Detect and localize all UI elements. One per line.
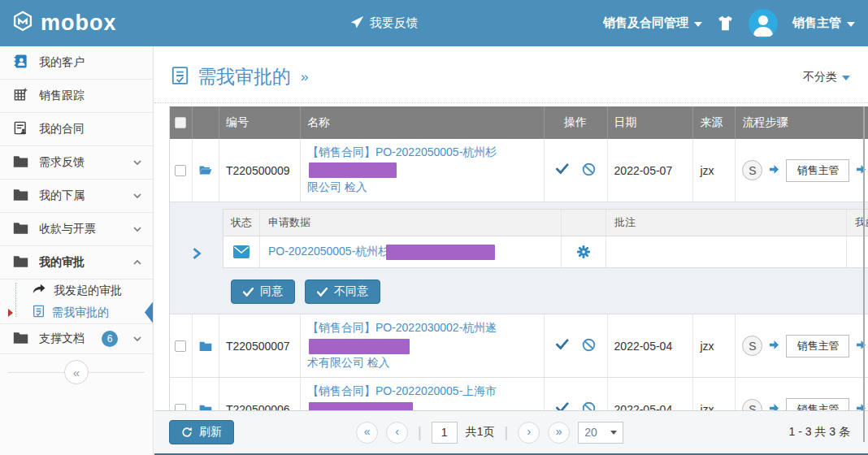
row-flow-steps: S 销售主管 E xyxy=(736,139,868,202)
sidebar-item-payment-invoicing[interactable]: 收款与开票 xyxy=(0,213,153,246)
row-checkbox[interactable] xyxy=(175,165,186,176)
checkin-link[interactable]: 检入 xyxy=(345,180,367,193)
folder-open-icon[interactable] xyxy=(193,139,219,202)
paper-plane-icon xyxy=(350,15,364,32)
sidebar-item-label: 我发起的审批 xyxy=(54,284,122,298)
category-filter[interactable]: 不分类 xyxy=(803,70,850,84)
feedback-link[interactable]: 我要反馈 xyxy=(350,15,419,32)
contract-name-text: 【销售合同】PO-2022050005-杭州杉 xyxy=(307,145,497,158)
gear-icon[interactable] xyxy=(562,236,606,267)
approve-icon[interactable] xyxy=(556,163,569,177)
sidebar-item-my-contracts[interactable]: 我的合同 xyxy=(0,113,153,146)
contract-name-link[interactable]: 【销售合同】PO-2022030002-杭州遂 术有限公司 检入 xyxy=(307,319,537,372)
pagination: « ‹ | 共1页 | › » 20 xyxy=(356,422,623,444)
contract-name-link[interactable]: 【销售合同】PO-2022050005-杭州杉 限公司 检入 xyxy=(307,144,537,197)
flow-arrow-icon xyxy=(769,164,779,177)
doc-check-icon xyxy=(33,305,45,320)
checkin-link[interactable]: 检入 xyxy=(367,356,390,369)
folder-icon xyxy=(13,154,28,171)
contract-name-text2: 限公司 xyxy=(307,180,341,193)
tshirt-icon[interactable] xyxy=(717,15,734,32)
approve-icon[interactable] xyxy=(556,339,569,353)
top-header: mobox 我要反馈 销售及合同管理 销售主管 xyxy=(0,0,868,46)
reject-ban-icon[interactable] xyxy=(582,162,596,179)
folder-icon[interactable] xyxy=(193,314,219,377)
refresh-button[interactable]: 刷新 xyxy=(169,420,234,444)
comment-cell xyxy=(606,236,847,267)
module-name: 销售及合同管理 xyxy=(603,15,688,31)
sidebar-item-label: 我的审批 xyxy=(39,255,123,270)
next-page-button[interactable]: › xyxy=(518,422,540,444)
my-approvals-submenu: 我发起的审批 需我审批的 xyxy=(0,280,153,324)
user-dropdown[interactable]: 销售主管 xyxy=(792,15,855,31)
reject-ban-icon[interactable] xyxy=(582,338,596,354)
approve-button-label: 同意 xyxy=(260,284,283,299)
sidebar-item-approvals-i-started[interactable]: 我发起的审批 xyxy=(0,280,153,301)
sidebar-item-demand-feedback[interactable]: 需求反馈 xyxy=(0,146,153,180)
column-header-source: 来源 xyxy=(693,106,736,139)
last-page-button[interactable]: » xyxy=(548,422,570,444)
forward-arrow-icon xyxy=(33,284,46,297)
category-filter-label: 不分类 xyxy=(803,70,837,84)
grid-plus-icon xyxy=(13,87,28,105)
chevron-down-icon xyxy=(694,22,702,27)
row-flow-steps: S 销售主管 E xyxy=(736,314,868,377)
flow-arrow-icon xyxy=(856,340,866,353)
reject-button-label: 不同意 xyxy=(334,284,368,299)
module-dropdown[interactable]: 销售及合同管理 xyxy=(603,15,702,31)
chevron-down-icon xyxy=(133,225,141,233)
row-date: 2022-05-07 xyxy=(608,139,694,202)
count-badge: 6 xyxy=(102,331,118,347)
page-number-input[interactable] xyxy=(432,422,458,444)
column-header-name: 名称 xyxy=(301,106,545,139)
folder-icon xyxy=(13,221,28,237)
app-window: mobox 我要反馈 销售及合同管理 销售主管 xyxy=(0,0,868,455)
sidebar-item-my-approvals[interactable]: 我的审批 xyxy=(0,246,153,280)
title-more-link[interactable]: » xyxy=(301,69,308,85)
row-date: 2022-05-04 xyxy=(608,314,694,377)
sidebar-collapse-button[interactable]: « xyxy=(64,360,89,384)
page-size-select[interactable]: 20 xyxy=(578,422,623,444)
sidebar-item-needs-my-approval[interactable]: 需我审批的 xyxy=(0,301,153,323)
sidebar-item-label: 我的客户 xyxy=(39,55,141,70)
sidebar-item-sales-tracking[interactable]: 销售跟踪 xyxy=(0,80,153,113)
sidebar-item-my-subordinates[interactable]: 我的下属 xyxy=(0,180,153,213)
page-title: 需我审批的 xyxy=(197,64,291,89)
sidebar-item-label: 收款与开票 xyxy=(39,222,123,236)
folder-icon xyxy=(13,331,28,347)
footer-toolbar: 刷新 « ‹ | 共1页 | › » 20 1 - 3 共 3 条 xyxy=(154,410,868,455)
flow-step-start: S xyxy=(742,336,762,356)
row-source: jzx xyxy=(693,314,736,377)
column-header-data: 申请数据 xyxy=(260,210,562,236)
expanded-row-panel: 状态 申请数据 批注 我的批注 xyxy=(170,202,868,314)
column-header-status: 状态 xyxy=(224,210,260,236)
approval-detail-table: 状态 申请数据 批注 我的批注 xyxy=(223,209,868,268)
avatar[interactable] xyxy=(749,9,778,38)
sidebar-item-supporting-docs[interactable]: 支撑文档 6 xyxy=(0,324,153,354)
chevron-down-icon xyxy=(847,22,855,27)
user-name: 销售主管 xyxy=(792,15,841,31)
chevron-down-icon xyxy=(610,431,617,435)
first-page-button[interactable]: « xyxy=(356,422,378,444)
reject-button[interactable]: 不同意 xyxy=(305,280,380,304)
column-header-op: 操作 xyxy=(545,106,608,139)
sidebar-item-my-customers[interactable]: 我的客户 xyxy=(0,46,153,80)
request-data-link[interactable]: PO-2022050005-杭州杉 xyxy=(268,245,495,260)
collapse-chevron[interactable] xyxy=(170,202,223,314)
logo[interactable]: mobox xyxy=(11,11,117,36)
contract-name-text: 【销售合同】PO-2022020005-上海市 xyxy=(307,384,497,397)
envelope-icon[interactable] xyxy=(224,236,260,267)
chevron-up-icon xyxy=(133,258,141,266)
select-all-checkbox[interactable] xyxy=(175,117,186,128)
pager-separator: | xyxy=(505,424,509,441)
column-header-date: 日期 xyxy=(608,106,694,139)
sidebar-collapse-area: « xyxy=(0,354,153,390)
mobox-logo-icon xyxy=(11,11,34,36)
flow-step-start: S xyxy=(742,160,762,180)
approve-button[interactable]: 同意 xyxy=(231,280,295,304)
prev-page-button[interactable]: ‹ xyxy=(386,422,408,444)
record-range-label: 1 - 3 共 3 条 xyxy=(789,425,850,440)
my-comment-cell xyxy=(847,236,868,267)
row-checkbox[interactable] xyxy=(175,340,186,352)
sidebar-item-label: 销售跟踪 xyxy=(39,89,141,103)
